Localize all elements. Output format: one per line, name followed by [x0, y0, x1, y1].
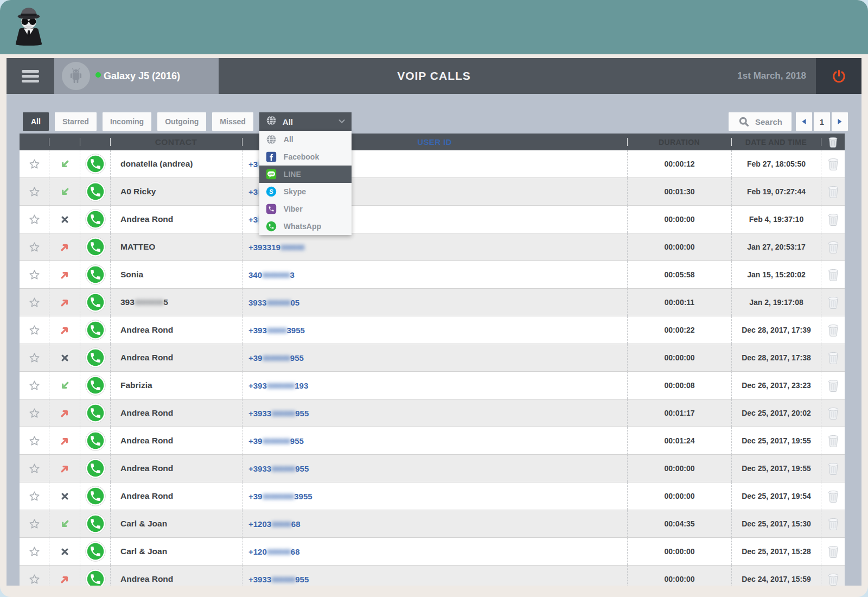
call-datetime: Jan 27, 20:53:17 — [731, 233, 821, 261]
page-title: VOIP CALLS — [397, 69, 471, 82]
delete-call-button[interactable] — [821, 178, 845, 205]
device-selector[interactable]: Galaxy J5 (2016) — [54, 58, 219, 94]
star-toggle[interactable] — [20, 372, 49, 399]
incoming-call-icon — [49, 150, 80, 177]
star-toggle[interactable] — [20, 510, 49, 537]
outgoing-call-icon — [49, 427, 80, 454]
tab-outgoing[interactable]: Outgoing — [157, 112, 206, 131]
tab-missed[interactable]: Missed — [212, 112, 253, 131]
contact-name: Carl & Joan — [110, 538, 242, 565]
contact-name: Andrea Rond — [110, 399, 242, 427]
star-toggle[interactable] — [20, 455, 49, 482]
user-id: +398888888955 — [242, 427, 627, 454]
app-filter-button[interactable]: All — [259, 112, 352, 131]
outgoing-call-icon — [49, 316, 80, 344]
whatsapp-icon — [80, 566, 110, 586]
user-id: +393888883955 — [242, 316, 627, 344]
call-row: Sonia 34088888883 00:05:58 Jan 15, 15:20… — [20, 261, 845, 289]
svg-text:LINE: LINE — [269, 173, 274, 175]
delete-call-button[interactable] — [821, 510, 845, 537]
whatsapp-icon — [80, 344, 110, 371]
globe-icon — [266, 134, 277, 145]
delete-all-icon[interactable] — [821, 134, 845, 150]
filter-option-facebook[interactable]: Facebook — [259, 148, 352, 166]
call-duration: 00:00:00 — [627, 455, 731, 482]
star-toggle[interactable] — [20, 316, 49, 344]
call-duration: 00:00:12 — [627, 150, 731, 177]
call-datetime: Dec 25, 2017, 15:28 — [731, 538, 821, 565]
star-toggle[interactable] — [20, 482, 49, 510]
next-page-button[interactable] — [832, 112, 848, 131]
star-toggle[interactable] — [20, 178, 49, 205]
censored-text: 88888 — [271, 519, 291, 529]
star-toggle[interactable] — [20, 427, 49, 454]
delete-call-button[interactable] — [821, 482, 845, 510]
call-row: Fabrizia +3938888888193 00:00:08 Dec 26,… — [20, 372, 845, 399]
table-header: CONTACT USER ID DURATION DATE AND TIME — [20, 134, 845, 150]
whatsapp-icon — [266, 221, 277, 232]
user-id: +3933888888955 — [242, 455, 627, 482]
filter-option-skype[interactable]: SSkype — [259, 183, 352, 200]
delete-call-button[interactable] — [821, 206, 845, 233]
filter-option-all[interactable]: All — [259, 131, 352, 148]
filter-option-viber[interactable]: Viber — [259, 200, 352, 218]
delete-call-button[interactable] — [821, 344, 845, 371]
delete-call-button[interactable] — [821, 566, 845, 586]
search-button[interactable]: Search — [729, 112, 792, 131]
current-date: 1st March, 2018 — [737, 71, 806, 81]
user-id: 393388888805 — [242, 289, 627, 316]
star-toggle[interactable] — [20, 538, 49, 565]
delete-call-button[interactable] — [821, 372, 845, 399]
star-toggle[interactable] — [20, 206, 49, 233]
star-toggle[interactable] — [20, 399, 49, 427]
app-header: Galaxy J5 (2016) VOIP CALLS 1st March, 2… — [7, 58, 861, 94]
star-toggle[interactable] — [20, 233, 49, 261]
calls-table: CONTACT USER ID DURATION DATE AND TIME d… — [20, 134, 845, 586]
call-datetime: Dec 25, 2017, 15:30 — [731, 510, 821, 537]
delete-call-button[interactable] — [821, 150, 845, 177]
logout-power-button[interactable] — [816, 58, 861, 94]
censored-text: 888888 — [267, 547, 291, 556]
user-id: +12088888868 — [242, 538, 627, 565]
whatsapp-icon — [80, 233, 110, 261]
call-row: Andrea Rond +398888888955 00:01:24 Dec 2… — [20, 427, 845, 455]
tab-starred[interactable]: Starred — [55, 112, 97, 131]
hamburger-icon — [22, 70, 39, 82]
contact-name: Andrea Rond — [110, 455, 242, 482]
star-toggle[interactable] — [20, 289, 49, 316]
arrow-left-icon — [801, 118, 807, 125]
contact-name: Andrea Rond — [110, 316, 242, 344]
delete-call-button[interactable] — [821, 455, 845, 482]
menu-button[interactable] — [7, 58, 54, 94]
star-toggle[interactable] — [20, 150, 49, 177]
user-id: 34088888883 — [242, 261, 627, 288]
header-contact: CONTACT — [110, 134, 242, 150]
call-duration: 00:00:00 — [627, 538, 731, 565]
call-datetime: Dec 25, 2017, 20:02 — [731, 399, 821, 427]
delete-call-button[interactable] — [821, 233, 845, 261]
delete-call-button[interactable] — [821, 538, 845, 565]
call-datetime: Dec 26, 2017, 23:23 — [731, 372, 821, 399]
delete-call-button[interactable] — [821, 261, 845, 288]
call-duration: 00:00:22 — [627, 316, 731, 344]
header-datetime: DATE AND TIME — [731, 134, 821, 150]
tab-incoming[interactable]: Incoming — [103, 112, 151, 131]
filter-option-whatsapp[interactable]: WhatsApp — [259, 218, 352, 235]
star-toggle[interactable] — [20, 344, 49, 371]
call-duration: 00:00:00 — [627, 344, 731, 371]
tab-all[interactable]: All — [23, 112, 49, 131]
prev-page-button[interactable] — [796, 112, 812, 131]
star-toggle[interactable] — [20, 566, 49, 586]
header-star-column — [20, 134, 49, 150]
delete-call-button[interactable] — [821, 289, 845, 316]
delete-call-button[interactable] — [821, 427, 845, 454]
contact-name: Sonia — [110, 261, 242, 288]
censored-text: 88888 — [267, 326, 287, 335]
outgoing-call-icon — [49, 261, 80, 288]
delete-call-button[interactable] — [821, 316, 845, 344]
star-toggle[interactable] — [20, 261, 49, 288]
filter-option-line[interactable]: LINELINE — [259, 166, 352, 183]
delete-call-button[interactable] — [821, 399, 845, 427]
skype-icon: S — [266, 186, 277, 197]
user-id: +3938888888193 — [242, 372, 627, 399]
